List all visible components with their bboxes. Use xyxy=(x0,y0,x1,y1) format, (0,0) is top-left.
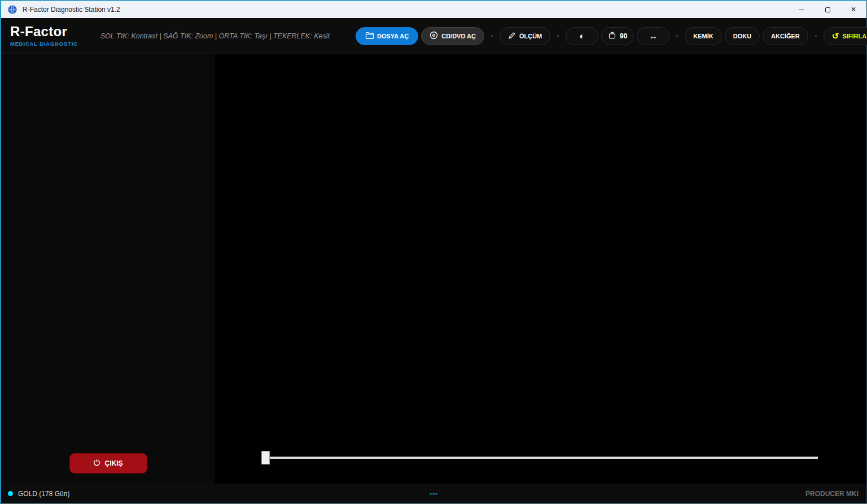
toolbar-separator-dot xyxy=(491,35,493,37)
window-controls: × xyxy=(789,1,866,18)
main-area: ÇIKIŞ xyxy=(1,54,866,484)
toolbar-separator-dot xyxy=(676,35,678,37)
logo-subtitle: MEDICAL DIAGNOSTIC xyxy=(10,41,78,47)
folder-icon xyxy=(365,32,374,40)
app-window: R-Factor Diagnostic Station v1.2 × R-Fac… xyxy=(0,0,867,504)
producer-label: PRODUCER MKI xyxy=(805,490,859,498)
logo: R-Factor MEDICAL DIAGNOSTIC xyxy=(10,25,78,47)
bone-label: KEMİK xyxy=(693,33,713,40)
minimize-button[interactable] xyxy=(789,1,815,18)
title-bar: R-Factor Diagnostic Station v1.2 × xyxy=(1,1,866,18)
flip-horizontal-button[interactable]: ↔ xyxy=(637,27,669,45)
invert-icon: ◐ xyxy=(580,32,585,40)
reset-icon: ↺ xyxy=(832,31,839,41)
measure-label: ÖLÇÜM xyxy=(519,33,542,40)
header: R-Factor MEDICAL DIAGNOSTIC SOL TIK: Kon… xyxy=(1,18,866,54)
mouse-hint-text: SOL TIK: Kontrast | SAĞ TIK: Zoom | ORTA… xyxy=(100,32,330,40)
slice-slider[interactable] xyxy=(261,451,818,464)
invert-contrast-button[interactable]: ◐ xyxy=(566,27,598,45)
logo-title: R-Factor xyxy=(10,25,78,38)
pencil-icon xyxy=(508,32,516,41)
open-cd-button[interactable]: CD/DVD AÇ xyxy=(421,27,484,45)
maximize-button[interactable] xyxy=(815,1,840,18)
tissue-window-button[interactable]: DOKU xyxy=(725,27,760,45)
power-icon xyxy=(93,459,100,468)
status-dot-icon xyxy=(8,491,13,496)
open-file-button[interactable]: DOSYA AÇ xyxy=(356,27,418,45)
status-center-value: --- xyxy=(430,490,438,498)
slice-slider-handle[interactable] xyxy=(261,451,270,464)
toolbar-separator-dot xyxy=(557,35,559,37)
exit-label: ÇIKIŞ xyxy=(104,459,122,467)
rotate-icon xyxy=(608,32,616,40)
minimize-icon xyxy=(799,10,804,10)
reset-button[interactable]: ↺ SIFIRLA xyxy=(824,27,867,45)
toolbar: DOSYA AÇ CD/DVD AÇ ÖLÇÜM ◐ xyxy=(356,25,867,47)
window-title: R-Factor Diagnostic Station v1.2 xyxy=(23,6,120,14)
status-bar: GOLD (178 Gün) --- PRODUCER MKI xyxy=(1,484,866,503)
image-viewer[interactable] xyxy=(215,54,866,484)
measure-button[interactable]: ÖLÇÜM xyxy=(500,27,550,45)
bone-window-button[interactable]: KEMİK xyxy=(685,27,721,45)
open-cd-label: CD/DVD AÇ xyxy=(441,33,476,40)
maximize-icon xyxy=(825,7,830,12)
lung-label: AKCİĞER xyxy=(771,33,800,40)
flip-horizontal-icon: ↔ xyxy=(649,32,658,40)
close-button[interactable]: × xyxy=(840,1,866,18)
license-status-label: GOLD (178 Gün) xyxy=(18,490,69,498)
tissue-label: DOKU xyxy=(733,33,751,40)
sidebar: ÇIKIŞ xyxy=(1,54,215,484)
rotate-90-button[interactable]: 90 xyxy=(601,27,634,45)
exit-button[interactable]: ÇIKIŞ xyxy=(69,453,147,474)
slice-slider-track[interactable] xyxy=(261,457,818,459)
license-status: GOLD (178 Gün) xyxy=(8,490,69,498)
toolbar-separator-dot xyxy=(815,35,817,37)
lung-window-button[interactable]: AKCİĞER xyxy=(763,27,808,45)
reset-label: SIFIRLA xyxy=(842,33,866,40)
open-file-label: DOSYA AÇ xyxy=(377,33,409,40)
cd-icon xyxy=(430,31,438,41)
close-icon: × xyxy=(851,5,856,14)
app-icon xyxy=(8,5,17,14)
rotate-90-label: 90 xyxy=(620,32,627,40)
